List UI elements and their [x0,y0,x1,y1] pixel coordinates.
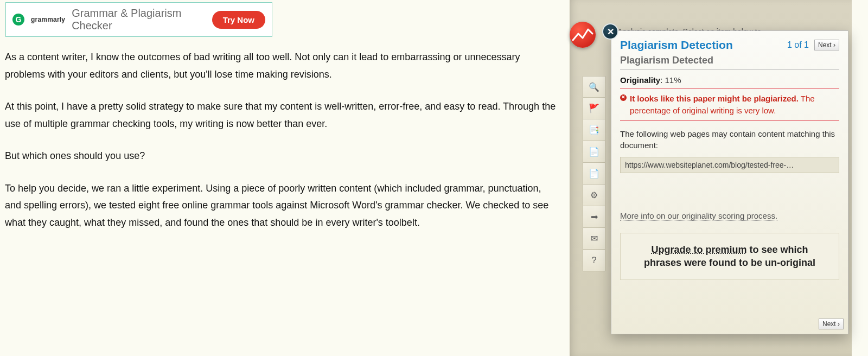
rail-mail-icon[interactable]: ✉ [583,228,605,250]
originality-label: Originality [620,75,660,85]
popup-title: Plagiarism Detection [620,39,733,52]
rail-flag-icon[interactable]: 🚩 [583,98,605,119]
upgrade-link[interactable]: Upgrade to premium [651,244,746,255]
rail-doc-icon[interactable]: 📑 [583,119,605,141]
divider [620,69,839,70]
warning-bold: It looks like this paper might be plagia… [630,94,799,103]
warning-rule [620,120,839,120]
ad-title: Grammar & Plagiarism Checker [72,7,205,32]
more-info-link[interactable]: More info on our originality scoring pro… [620,211,777,221]
article-paragraph: To help you decide, we ran a little expe… [5,180,558,232]
ad-banner[interactable]: G grammarly Grammar & Plagiarism Checker… [5,2,272,37]
plagiarism-popup: ✕ Plagiarism Detection 1 of 1 Next › Pla… [611,30,848,334]
plagiarism-warning: ✕ It looks like this paper might be plag… [620,93,839,117]
rail-page-icon[interactable]: 📄 [583,141,605,163]
rail-gear-icon[interactable]: ⚙ [583,185,605,206]
originality-row: Originality: 11% [620,75,839,85]
article-body: As a content writer, I know the outcomes… [5,49,558,246]
article-paragraph: But which ones should you use? [5,148,558,165]
analysis-badge-icon [570,22,596,48]
try-now-button[interactable]: Try Now [212,11,265,29]
rail-arrow-icon[interactable]: ➡ [583,206,605,228]
result-counter: 1 of 1 [787,40,809,50]
matching-url-link[interactable]: https://www.websiteplanet.com/blog/teste… [620,157,839,173]
close-button[interactable]: ✕ [602,23,618,40]
rail-help-icon[interactable]: ? [583,250,605,271]
rail-search-icon[interactable]: 🔍 [583,76,605,98]
ad-brand: grammarly [31,16,65,23]
originality-value: 11% [665,75,681,85]
tool-rail: 🔍 🚩 📑 📄 📄 ⚙ ➡ ✉ ? [583,76,605,271]
rail-page2-icon[interactable]: 📄 [583,163,605,185]
next-button-top[interactable]: Next › [814,40,839,50]
article-paragraph: At this point, I have a pretty solid str… [5,98,558,132]
popup-subtitle: Plagiarism Detected [620,55,839,66]
upgrade-callout: Upgrade to premium to see which phrases … [620,233,839,280]
warning-rule [620,88,839,88]
close-icon: ✕ [607,27,614,37]
next-button-bottom[interactable]: Next › [819,319,844,329]
grammarly-logo-icon: G [12,14,24,26]
error-icon: ✕ [620,94,627,101]
matching-pages-label: The following web pages may contain cont… [620,128,839,152]
article-paragraph: As a content writer, I know the outcomes… [5,49,558,83]
